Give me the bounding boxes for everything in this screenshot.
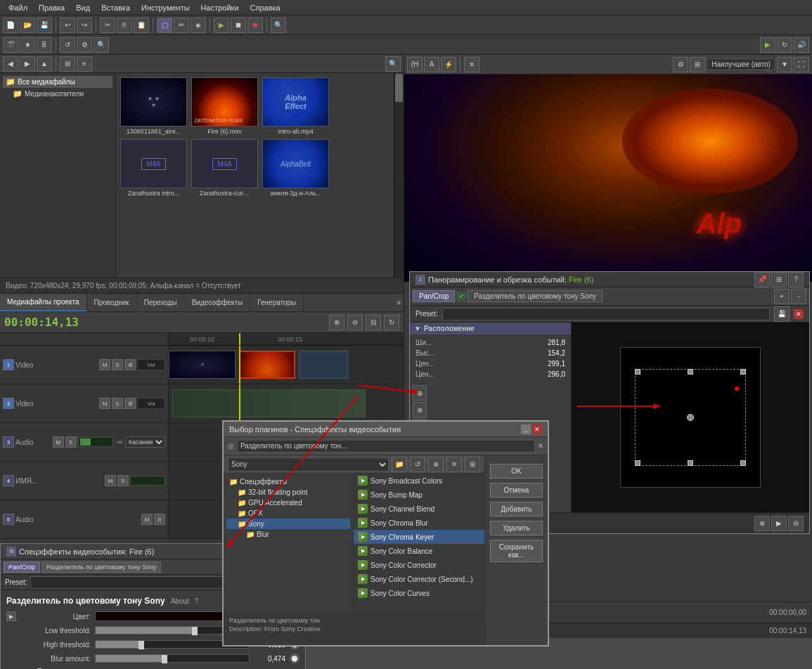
envelope-btn[interactable]: ◈	[191, 18, 206, 33]
plugin-min-btn[interactable]: _	[521, 424, 531, 434]
plugin-search-input[interactable]	[237, 440, 535, 453]
menu-file[interactable]: Файл	[3, 2, 33, 13]
plugin-remove-btn[interactable]: Удалить	[490, 521, 543, 535]
plugin-tree-32bit[interactable]: 📁 32-bit floating point	[226, 487, 350, 498]
undo-btn[interactable]: ↩	[60, 18, 75, 33]
plugin-folder-btn3[interactable]: ⊕	[428, 457, 444, 472]
track-3-solo[interactable]: S	[65, 436, 77, 448]
plugin-folder-btn2[interactable]: ↺	[410, 457, 425, 472]
fx-tab-divider[interactable]: Разделитель по цветовому тону Sony	[468, 290, 602, 302]
zoom-in-btn[interactable]: 🔍	[271, 18, 286, 33]
preview-btn1[interactable]: (Н	[407, 57, 423, 72]
param-color-swatch[interactable]	[95, 611, 225, 621]
media-item-1[interactable]: DETONATION FILMS Fire (6).mov	[191, 77, 258, 135]
media-btn[interactable]: 🎬	[3, 37, 18, 53]
play-btn[interactable]: ▶	[214, 18, 229, 33]
fx-tl-btn3[interactable]: ⊖	[788, 516, 804, 531]
playhead[interactable]	[239, 333, 240, 346]
bottom-help-btn[interactable]: ?	[195, 597, 199, 605]
clip-3[interactable]	[299, 351, 348, 379]
tab-transitions[interactable]: Переходы	[137, 294, 185, 312]
track-1-solo[interactable]: S	[112, 359, 123, 370]
select-btn[interactable]: ▢	[157, 18, 172, 33]
plugin-add-btn[interactable]: Добавить	[490, 502, 543, 517]
plugin-item-8[interactable]: ▶ Sony Color Curves	[354, 586, 484, 600]
plugin-item-0[interactable]: ▶ Sony Broadcast Colors	[354, 474, 484, 488]
media-forward-btn[interactable]: ▶	[20, 56, 35, 72]
settings2-btn[interactable]: ⚙	[77, 37, 92, 53]
save-btn[interactable]: 💾	[37, 18, 52, 33]
bottom-about-btn[interactable]: About	[171, 597, 189, 605]
preview-dropdown[interactable]: ▼	[777, 57, 792, 72]
track-4-mute[interactable]: M	[105, 475, 116, 486]
tab-more[interactable]: »	[394, 296, 404, 309]
plugin-item-2[interactable]: ▶ Sony Channel Blend	[354, 502, 484, 516]
tl-btn1[interactable]: ⊕	[329, 315, 344, 330]
handle-tm[interactable]	[688, 369, 693, 375]
copy-btn[interactable]: ⎘	[117, 18, 132, 33]
cut-btn[interactable]: ✂	[100, 18, 115, 33]
menu-edit[interactable]: Правка	[33, 2, 70, 13]
fx-help-btn[interactable]: ?	[788, 272, 804, 287]
plugin-tree-sony[interactable]: 📁 Sony	[226, 519, 350, 529]
tab-media[interactable]: Медиафайлы проекта	[0, 294, 87, 312]
track-1-fx[interactable]: ⚙	[124, 359, 136, 370]
track-3-type-select[interactable]: Касание	[125, 436, 165, 448]
media-item-2[interactable]: AlphaEffect intro-ab.mp4	[262, 77, 329, 135]
bottom-tab-1[interactable]: Pan/Crop	[4, 561, 40, 573]
menu-settings[interactable]: Настройки	[195, 2, 245, 13]
search-btn[interactable]: 🔍	[94, 37, 109, 53]
media-item-0[interactable]: ★ ★★ 1306511861_aire...	[120, 77, 187, 135]
media-item-3[interactable]: M4A Zarathustra intro...	[120, 139, 187, 197]
tab-explorer[interactable]: Проводник	[87, 294, 137, 312]
param-blur-slider[interactable]	[95, 654, 250, 663]
bottom-tab-2[interactable]: Разделитель по цветовому тону Sony	[41, 561, 161, 573]
new-btn[interactable]: 📄	[3, 18, 18, 33]
plugin-item-3[interactable]: ▶ Sony Chroma Blur	[354, 516, 484, 530]
redo-btn[interactable]: ↪	[77, 18, 92, 33]
paste-btn[interactable]: 📋	[134, 18, 149, 33]
record-btn[interactable]: ⏺	[247, 18, 263, 33]
plugin-close-btn[interactable]: ✕	[532, 424, 542, 434]
preset-save[interactable]: 💾	[774, 306, 790, 322]
handle-tr[interactable]	[740, 369, 746, 375]
tab-generators[interactable]: Генераторы	[250, 294, 304, 312]
edit-btn[interactable]: ✏	[174, 18, 189, 33]
media-item-4[interactable]: M4A Zarathustra-cut-...	[191, 139, 258, 197]
plugin-tree-spets[interactable]: 📁 Спецэффекты	[226, 476, 350, 487]
menu-insert[interactable]: Вставка	[96, 2, 136, 13]
handle-bm[interactable]	[688, 460, 693, 466]
fx-pin-btn[interactable]: 📌	[754, 272, 770, 287]
menu-view[interactable]: Вид	[70, 2, 96, 13]
preview-view[interactable]: ⊞	[690, 57, 705, 72]
plugin-folder-select[interactable]: Sony	[228, 457, 389, 472]
plugin-item-5[interactable]: ▶ Sony Color Balance	[354, 544, 484, 558]
media-back-btn[interactable]: ◀	[3, 56, 18, 72]
plugin-tree-gpu[interactable]: 📁 GPU Accelerated	[226, 498, 350, 508]
open-btn[interactable]: 📂	[20, 18, 35, 33]
media-scrollbar[interactable]	[394, 73, 404, 278]
track-2-solo[interactable]: S	[112, 398, 123, 409]
mute-btn[interactable]: 🔊	[794, 37, 809, 53]
tl-loop[interactable]: ↻	[384, 315, 399, 330]
mixer-btn[interactable]: 🎚	[37, 37, 52, 53]
plugin-cancel-btn[interactable]: Отмена	[490, 483, 543, 498]
param-blur-clock[interactable]: 🕐	[290, 654, 299, 663]
media-item-5[interactable]: AlphaBelt земля-3д-и-Аль...	[262, 139, 329, 197]
plugin-item-4[interactable]: ▶ Sony Chroma Keyer	[354, 530, 484, 544]
menu-help[interactable]: Справка	[245, 2, 286, 13]
handle-center[interactable]	[687, 414, 694, 421]
fx-add-plugin[interactable]: +	[774, 289, 790, 304]
preset-input[interactable]	[442, 308, 770, 320]
fx-tool-2[interactable]: ⊗	[413, 402, 427, 417]
fx-btn[interactable]: ★	[20, 37, 35, 53]
plugin-tree-ofx[interactable]: 📁 OFX	[226, 508, 350, 519]
menu-tools[interactable]: Инструменты	[136, 2, 195, 13]
preview-close[interactable]: ✕	[464, 57, 479, 72]
clip-1a[interactable]: ★	[169, 351, 236, 379]
handle-br[interactable]	[740, 460, 746, 466]
preview-fullscreen[interactable]: ⛶	[794, 57, 809, 72]
track-2-fx[interactable]: ⚙	[124, 398, 136, 409]
plugin-item-7[interactable]: ▶ Sony Color Corrector (Second...)	[354, 572, 484, 586]
plugin-tree-blur[interactable]: 📁 Blur	[226, 529, 350, 540]
